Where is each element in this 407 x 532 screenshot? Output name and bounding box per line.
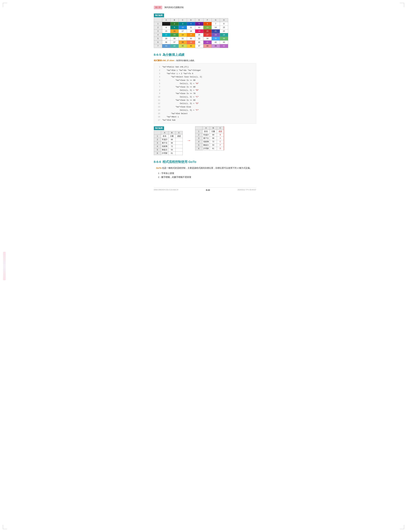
code-line: 3 "kw">For i = 2 "kw">To 6 (156, 72, 254, 75)
sheet-cell: F (217, 143, 224, 147)
sheet-cell: 張家興 (202, 140, 210, 143)
spreadsheet-section: 執行結果 A B C D E F G H 1234567828910111213… (154, 14, 256, 48)
code-line: 16 "kw">Next i (156, 115, 254, 119)
sheet-cell (175, 145, 182, 148)
sheet-cell: 39 (187, 40, 195, 44)
sheet-cell: 72 (210, 140, 217, 143)
list-item: 2：數字標籤，此數字標籤不需冒號 (158, 175, 256, 179)
result-after-wrap: ABC1姓名分數成績2常嘉許88B3裏子文96A4張家興72C5陳嘉文55F6許… (195, 126, 224, 150)
exec-badge-1: 執行結果 (154, 14, 164, 17)
sheet-cell: 姓名 (202, 130, 210, 133)
sheet-col-header (154, 131, 161, 135)
sheet-cell: 35 (211, 37, 220, 40)
sheet-cell: 分數 (168, 135, 175, 138)
sheet-cell: A (217, 136, 224, 140)
goto-keyword: GoTo (156, 167, 162, 169)
goto-desc-text: 也是一種程式的流程控制，主要是讓程式跳到目標位置，目標位置可以使用下列 2 種方… (162, 167, 252, 169)
sheet-cell: 14 (211, 26, 220, 29)
code-line: 14 Cells(i, 3) = "F" (156, 109, 254, 112)
sheet-cell: 6 (203, 22, 211, 26)
code-line: 13 "kw">Case Else (156, 105, 254, 109)
sheet-cell: 47 (195, 44, 203, 48)
sheet-cell (175, 138, 182, 141)
sheet-cell: 26 (195, 33, 203, 37)
sheet-cell: 72 (168, 145, 175, 148)
col-c: C (179, 18, 187, 22)
sheet-cell: 2 (170, 22, 179, 26)
sheet-cell: 16 (170, 29, 179, 33)
sheet-cell: 15 (162, 29, 170, 33)
sheet-row-header: 1 (195, 130, 202, 133)
exec-badge-2: 執行結果 (154, 126, 164, 130)
sheet-cell: D (217, 147, 224, 150)
col-a: A (162, 18, 170, 22)
sheet-cell: 46 (187, 44, 195, 48)
code-line: 9 "kw">Case Is >= 70 (156, 92, 254, 95)
sheet-cell: 29 (162, 37, 170, 40)
sheet-cell: 49 (211, 44, 220, 48)
result-section: 執行結果 ABC1姓名分數成績2常嘉許883裏子文964張家興725陳嘉文556… (154, 126, 256, 155)
sheet-col-header (195, 126, 202, 130)
sheet-cell: 24 (179, 33, 187, 37)
sheet-cell: 8 (162, 26, 170, 29)
sheet-row-header: 2 (195, 133, 202, 136)
code-line: 4 "kw">Select Case Cells(i, 2) (156, 75, 254, 79)
code-line: 10 Cells(i, 3) = "C" (156, 95, 254, 99)
code-line: 6 Cells(i, 3) = "A" (156, 82, 254, 85)
code-line: 15 "kw">End Select (156, 112, 254, 115)
sheet-col-header: A (202, 126, 210, 130)
sheet-cell: 31 (179, 37, 187, 40)
result-after-table: ABC1姓名分數成績2常嘉許88B3裏子文96A4張家興72C5陳嘉文55F6許… (195, 126, 224, 150)
sheet-cell: 22 (162, 33, 170, 37)
sheet-cell: 36 (220, 37, 228, 40)
code-block: 1"kw">Public Sub ch8_27()2 "kw">Dim i "k… (154, 64, 256, 124)
sheet-row-header: 6 (154, 151, 161, 155)
sheet-cell: 61 (210, 147, 217, 150)
section-number-866: 8-6-6 (154, 159, 161, 164)
sheet-cell: 88 (210, 133, 217, 136)
sheet-cell: 22 (220, 29, 228, 33)
sheet-cell: 陳嘉文 (202, 143, 210, 147)
sheet-cell: 45 (179, 44, 187, 48)
sheet-cell: 13 (203, 26, 211, 29)
section-heading-865: 8-6-5 為分數填上成績 (154, 52, 256, 57)
col-f: F (203, 18, 211, 22)
code-line: 5 "kw">Case Is >= 90 (156, 79, 254, 82)
arrow-icon: → (187, 137, 191, 144)
sheet-cell: 許理家 (202, 147, 210, 150)
col-b: B (170, 18, 179, 22)
sheet-cell: 29 (220, 33, 228, 37)
sheet-row-header: 4 (154, 145, 161, 148)
sheet-cell: 43 (220, 40, 228, 44)
sheet-cell: 50 (220, 44, 228, 48)
sheet-corner (154, 18, 162, 22)
sheet-cell: 17 (179, 29, 187, 33)
sheet-cell: 7 (211, 22, 220, 26)
sheet-cell: 張家興 (161, 145, 168, 148)
sheet-cell: 42 (211, 40, 220, 44)
sheet-cell: 成績 (217, 130, 224, 133)
code-line: 8 Cells(i, 3) = "B" (156, 89, 254, 92)
sheet-cell: 18 (187, 29, 195, 33)
sheet-cell: 40 (195, 40, 203, 44)
code-line: 17"kw">End Sub (156, 119, 254, 122)
code-line: 2 "kw">Dim i "kw">As "kw">Integer (156, 69, 254, 72)
sheet-cell: 55 (210, 143, 217, 147)
sheet-cell: 88 (168, 138, 175, 141)
section-title-865: 為分數填上成績 (163, 52, 184, 57)
sheet-row-header: 6 (195, 147, 202, 150)
sheet-cell: 43 (162, 44, 170, 48)
sheet-cell: 38 (179, 40, 187, 44)
sheet-cell: 陳嘉文 (161, 148, 168, 151)
sheet-row-header: 3 (195, 136, 202, 140)
result-before-table: ABC1姓名分數成績2常嘉許883裏子文964張家興725陳嘉文556許理家61 (154, 131, 183, 155)
sheet-cell: 9 (170, 26, 179, 29)
sheet-cell: C (217, 140, 224, 143)
sheet-cell: 20 (203, 29, 211, 33)
page-number: 8-24 (206, 189, 210, 192)
sheet-cell: 19 (195, 29, 203, 33)
code-line: 11 "kw">Case Is >= 60 (156, 99, 254, 102)
prog-example-label: 程式實例 ch8_27.xlsm：為系列分數填上成績。 (154, 59, 256, 62)
sheet-cell: 12 (195, 26, 203, 29)
sheet-cell: 25 (187, 33, 195, 37)
